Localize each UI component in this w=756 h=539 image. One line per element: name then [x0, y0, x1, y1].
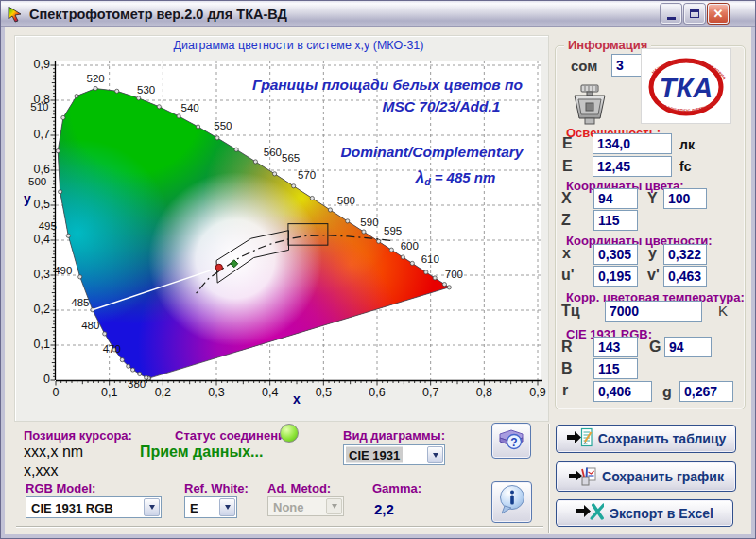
com-port-input[interactable] [611, 54, 644, 77]
svg-text:0,3: 0,3 [208, 386, 224, 399]
svg-text:0,2: 0,2 [155, 386, 171, 399]
svg-text:0,4: 0,4 [34, 233, 50, 246]
svg-text:485: 485 [71, 297, 89, 308]
e-lux-label: E [562, 135, 573, 152]
svg-text:0,1: 0,1 [101, 386, 117, 399]
rgb-model-dropdown-arrow[interactable] [144, 498, 160, 516]
ad-metod-value: None [270, 498, 307, 514]
minimize-button[interactable] [661, 4, 681, 24]
svg-text:0,9: 0,9 [34, 58, 50, 71]
chevron-down-icon [149, 505, 155, 510]
chevron-down-icon [225, 505, 231, 510]
diagram-view-value: CIE 1931 [346, 447, 403, 463]
e-lux-input[interactable] [593, 133, 672, 154]
close-icon: ✕ [713, 8, 724, 20]
v-prime-input[interactable] [663, 266, 707, 287]
svg-text:560: 560 [264, 147, 282, 158]
connection-status-text: Прием данных... [140, 443, 263, 461]
svg-text:490: 490 [54, 265, 72, 276]
question-mark-icon: ? [510, 436, 517, 449]
svg-text:580: 580 [337, 195, 355, 206]
svg-text:590: 590 [360, 217, 378, 228]
white-boundary-annotation-1: Границы площади белых цветов по [252, 77, 523, 93]
ad-metod-dropdown-arrow [326, 498, 342, 514]
r-chroma-input[interactable] [593, 381, 652, 402]
svg-text:0,6: 0,6 [34, 163, 50, 176]
y-tristimulus-input[interactable] [663, 188, 707, 209]
e-lux-unit: лк [679, 137, 695, 152]
rgb-model-select[interactable]: CIE 1931 RGB [26, 496, 162, 518]
u-prime-input[interactable] [593, 266, 638, 287]
svg-text:0,7: 0,7 [422, 386, 438, 399]
svg-text:565: 565 [282, 152, 300, 164]
svg-text:0,5: 0,5 [34, 198, 50, 211]
g-chroma-label: g [662, 384, 672, 401]
diagram-view-dropdown-arrow[interactable] [427, 446, 443, 463]
e-fc-input[interactable] [593, 156, 672, 177]
serial-port-icon [567, 84, 612, 131]
svg-text:0,1: 0,1 [34, 338, 50, 351]
info-panel-title: Информация [564, 38, 651, 52]
minimize-icon [667, 17, 676, 20]
svg-text:0,5: 0,5 [316, 386, 332, 399]
chromaticity-diagram[interactable]: 5205305405505605655705805905956006107005… [15, 36, 550, 423]
diagram-view-select[interactable]: CIE 1931 [343, 444, 445, 465]
cct-unit: K [718, 303, 728, 319]
export-excel-button[interactable]: Экспорт в Excel [556, 499, 733, 527]
ref-white-select[interactable]: E [184, 496, 237, 518]
app-icon [7, 6, 24, 23]
chevron-down-icon [433, 453, 438, 458]
r-input[interactable] [593, 337, 638, 357]
connection-status-indicator [280, 424, 299, 443]
x-tristimulus-label: X [561, 190, 572, 207]
close-button[interactable]: ✕ [708, 4, 729, 24]
info-bubble-icon [496, 484, 528, 520]
chart-panel: 5205305405505605655705805905956006107005… [14, 35, 549, 422]
svg-text:500: 500 [28, 176, 46, 187]
cct-input[interactable] [605, 301, 702, 322]
cursor-position-nm: xxx,x nm [24, 443, 83, 461]
svg-text:610: 610 [421, 253, 439, 265]
application-window: Спектрофотометр вер.2.0 для ТКА-ВД ✕ [0, 0, 756, 539]
help-button[interactable]: ? [491, 423, 531, 459]
svg-text:0,7: 0,7 [34, 128, 50, 141]
svg-text:480: 480 [81, 320, 99, 331]
g-label: G [649, 339, 661, 356]
gamma-value: 2,2 [374, 501, 394, 517]
e-fc-unit: fc [679, 159, 691, 174]
save-table-button[interactable]: Сохранить таблицу [556, 425, 736, 453]
g-input[interactable] [664, 337, 712, 357]
help-book-icon: ? [497, 426, 525, 456]
measurement-point [215, 264, 222, 270]
g-chroma-input[interactable] [679, 381, 733, 402]
b-input[interactable] [593, 358, 638, 379]
diagram-view-label: Вид диаграммы: [343, 428, 445, 443]
dominant-annotation: Dominant/Complementary [341, 144, 524, 160]
y-chroma-input[interactable] [663, 244, 707, 265]
svg-text:0,3: 0,3 [34, 268, 50, 281]
ref-white-label: Ref. White: [184, 481, 249, 496]
ad-metod-label: Ad. Metod: [267, 481, 331, 496]
maximize-button[interactable] [684, 4, 705, 24]
svg-text:0: 0 [53, 386, 60, 399]
tka-logo: ТКА НАУЧНО-ТЕХНИЧЕСКОЕ ПРЕДПРИЯТИЕ THE S… [641, 48, 731, 124]
z-tristimulus-input[interactable] [593, 210, 638, 231]
ref-white-dropdown-arrow[interactable] [219, 498, 235, 516]
info-button[interactable] [491, 481, 532, 523]
svg-text:0,8: 0,8 [476, 386, 492, 399]
svg-text:0,2: 0,2 [34, 303, 50, 316]
com-port-label: сом [571, 58, 597, 74]
r-label: R [561, 339, 573, 356]
titlebar[interactable]: Спектрофотометр вер.2.0 для ТКА-ВД ✕ [1, 1, 755, 27]
gamma-label: Gamma: [372, 481, 421, 496]
x-tristimulus-input[interactable] [593, 188, 638, 209]
y-axis-title: y [24, 191, 31, 206]
svg-text:0,4: 0,4 [262, 386, 278, 399]
r-chroma-label: r [562, 382, 568, 399]
x-chroma-input[interactable] [593, 244, 638, 265]
y-tristimulus-label: Y [647, 190, 658, 207]
maximize-icon [690, 9, 699, 18]
svg-text:470: 470 [103, 343, 121, 355]
save-graph-button[interactable]: Сохранить график [556, 461, 736, 492]
v-prime-label: v' [647, 267, 660, 284]
